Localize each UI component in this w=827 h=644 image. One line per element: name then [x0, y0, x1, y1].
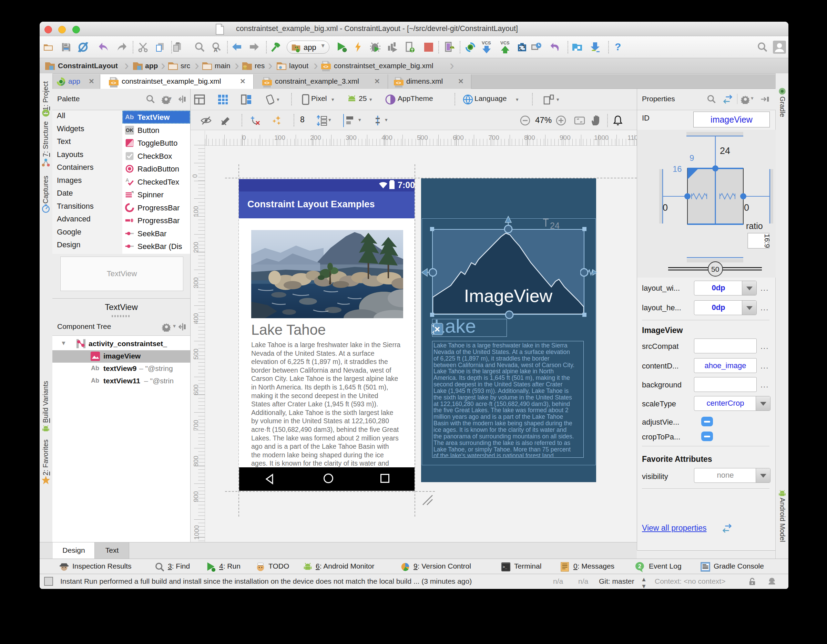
- svg-text:VCS: VCS: [500, 40, 510, 45]
- svg-text:<>: <>: [111, 80, 117, 86]
- svg-text:50: 50: [711, 265, 719, 273]
- svg-text:24: 24: [720, 146, 730, 156]
- svg-text:9: 9: [690, 153, 694, 163]
- svg-text:0: 0: [744, 202, 749, 213]
- svg-text:16:9: 16:9: [763, 234, 771, 248]
- svg-text:>_: >_: [503, 565, 507, 569]
- svg-text:ImageView: ImageView: [464, 286, 553, 306]
- svg-text:A: A: [126, 177, 129, 183]
- svg-text:ratio: ratio: [746, 221, 763, 231]
- svg-text:<>: <>: [264, 80, 270, 86]
- svg-text:A: A: [214, 47, 218, 53]
- svg-text:2: 2: [638, 563, 641, 569]
- svg-text:<>: <>: [396, 80, 401, 86]
- svg-text:16: 16: [673, 164, 682, 174]
- svg-text:<>: <>: [323, 64, 329, 69]
- svg-text:0: 0: [663, 202, 668, 213]
- svg-text:24: 24: [550, 221, 560, 230]
- svg-text:VCS: VCS: [482, 40, 491, 45]
